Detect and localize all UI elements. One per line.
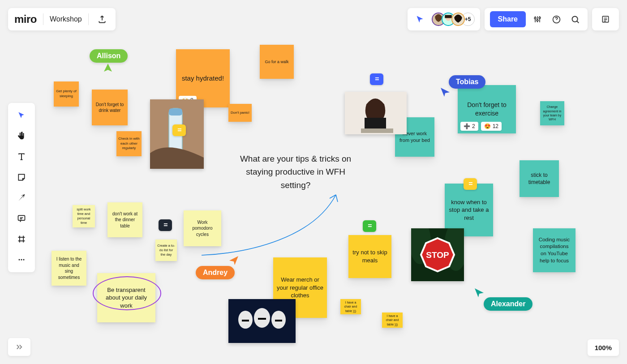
svg-rect-9	[275, 320, 282, 321]
sticky-note[interactable]: Don't forget to exercise ➕2 😍12	[458, 85, 516, 133]
svg-text:STOP: STOP	[426, 250, 449, 260]
collaborators-panel: +5	[408, 8, 480, 30]
collaborator-cursor-tobias: Tobias	[449, 75, 485, 89]
activity-panel	[592, 8, 619, 30]
sticky-note[interactable]: Don't panic!	[228, 104, 252, 122]
image-stop-sign[interactable]: STOP	[411, 228, 464, 281]
svg-point-27	[537, 20, 538, 21]
sticky-note[interactable]: Coding music compilations on YouTube hel…	[533, 228, 575, 272]
sticky-note[interactable]: I have a chair and table )))	[340, 299, 361, 314]
cursor-pointer-icon	[475, 288, 485, 298]
settings-icon[interactable]	[530, 12, 545, 26]
cursor-pointer-icon	[441, 88, 451, 98]
sticky-note[interactable]: Get plenty of sleeping	[54, 81, 79, 107]
image-stormtroopers[interactable]	[228, 299, 296, 343]
reaction-pill[interactable]: 😍12	[481, 122, 502, 131]
collaborator-cursor-allison: Allison	[90, 49, 128, 63]
svg-point-30	[572, 16, 577, 21]
tool-pan[interactable]	[13, 130, 30, 142]
collaborator-cursor-andrey: Andrey	[196, 266, 235, 279]
tool-frame[interactable]	[13, 233, 30, 245]
svg-rect-23	[445, 15, 452, 18]
comment-icon[interactable]: =	[159, 219, 172, 231]
sticky-note[interactable]: stick to timetable	[520, 160, 559, 197]
sticky-note[interactable]: I have a chair and table )))	[382, 313, 403, 328]
svg-rect-2	[169, 108, 182, 116]
sticky-text: stay hydrated!	[182, 74, 224, 83]
svg-point-34	[21, 259, 22, 261]
cursor-pointer-icon	[229, 256, 239, 266]
svg-point-28	[539, 17, 541, 19]
svg-point-33	[19, 259, 20, 261]
sticky-text: Don't forget to exercise	[461, 101, 512, 118]
board-name[interactable]: Workshop	[50, 15, 82, 23]
cursor-pointer-icon	[103, 64, 113, 75]
tool-text[interactable]	[13, 150, 30, 163]
tool-arrow[interactable]	[13, 192, 30, 204]
canvas[interactable]: What are your tips & tricks on staying p…	[0, 0, 627, 364]
svg-rect-7	[242, 320, 249, 321]
tool-comment[interactable]	[13, 212, 30, 225]
comment-icon[interactable]: =	[464, 178, 477, 190]
facilitation-icon[interactable]	[413, 12, 427, 26]
sticky-note[interactable]: don't work at the dinner table	[107, 202, 142, 237]
comment-icon[interactable]: =	[363, 220, 376, 232]
avatar[interactable]	[451, 13, 465, 26]
sticky-text: Wear merch or your regular office clothe…	[277, 276, 323, 300]
sticky-note[interactable]: Change agreement in your team by WFH	[540, 101, 564, 125]
left-toolbar	[8, 103, 35, 272]
sticky-note[interactable]: I listen to the music and sing sometimes	[52, 251, 86, 286]
miro-logo[interactable]: miro	[14, 13, 37, 26]
tool-sticky[interactable]	[13, 171, 30, 184]
help-icon[interactable]	[549, 12, 563, 26]
svg-rect-13	[361, 128, 393, 133]
comment-icon[interactable]: =	[370, 73, 383, 85]
top-right-group: +5 Share	[408, 8, 619, 30]
collaborator-cursor-alexander: Alexander	[484, 297, 533, 311]
search-icon[interactable]	[568, 12, 582, 26]
notes-icon[interactable]	[598, 12, 613, 26]
divider	[88, 13, 89, 25]
sticky-note[interactable]: Create a to-do list for the day	[155, 240, 177, 261]
actions-panel: Share	[485, 8, 588, 30]
svg-point-35	[23, 259, 25, 261]
expand-panel-button[interactable]	[8, 338, 30, 356]
sticky-note[interactable]: Check in with each other regularly	[116, 131, 142, 156]
divider	[43, 13, 43, 25]
sticky-note[interactable]: split work time and personal time	[73, 205, 95, 227]
share-button[interactable]: Share	[490, 11, 526, 27]
comment-icon[interactable]: =	[172, 124, 186, 136]
zoom-level[interactable]: 100%	[588, 339, 619, 356]
image-person-laptop[interactable]	[345, 92, 407, 134]
tool-select[interactable]	[13, 109, 30, 122]
sticky-note[interactable]: Go for a walk	[260, 45, 294, 79]
export-icon[interactable]	[95, 12, 109, 26]
reaction-pill[interactable]: ➕2	[460, 122, 478, 131]
board-header: miro Workshop	[8, 8, 116, 30]
tool-more[interactable]	[13, 253, 30, 266]
sticky-note[interactable]: stay hydrated! 🙌8	[176, 49, 230, 107]
svg-point-26	[534, 17, 536, 19]
sticky-note[interactable]: try not to skip meals	[348, 235, 391, 278]
svg-rect-8	[258, 318, 266, 320]
ellipse-annotation[interactable]	[93, 276, 161, 310]
sticky-note[interactable]: Don't forget to drink water	[92, 90, 128, 125]
sticky-note[interactable]: Work pomodoro cycles	[184, 210, 221, 246]
central-question[interactable]: What are your tips & tricks on staying p…	[237, 152, 354, 192]
